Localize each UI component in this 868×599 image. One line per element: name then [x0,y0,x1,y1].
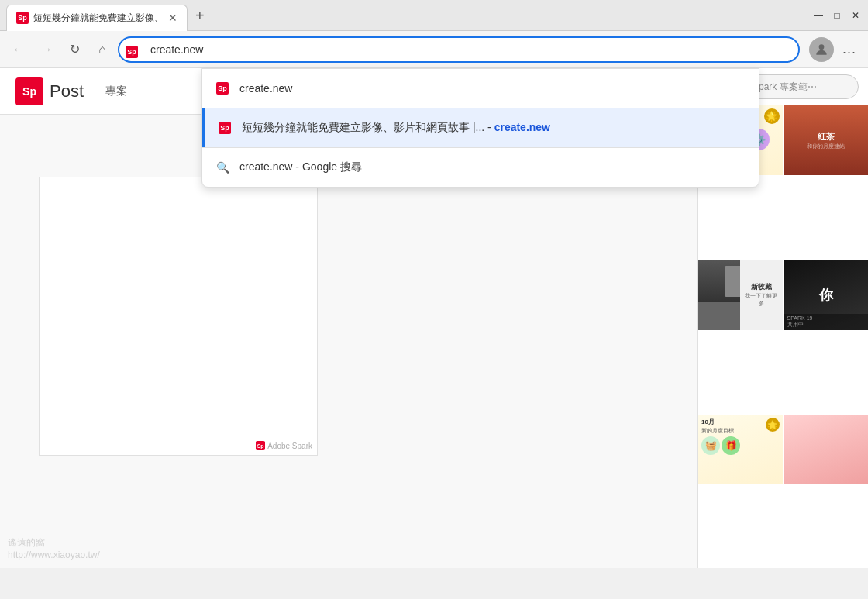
browser-menu-button[interactable]: ... [837,37,862,62]
forward-button[interactable]: → [34,37,59,62]
autocomplete-item2-highlight: create.new [494,121,550,133]
thumbnail-2[interactable]: 紅茶 和你的月度連結 [784,105,869,175]
autocomplete-item3-text: create.new - Google 搜尋 [239,160,362,174]
watermark-favicon: Sp [256,441,265,450]
spark-nav-projects[interactable]: 專案 [99,81,133,102]
tab-title: 短短幾分鐘就能免費建立影像、 [33,12,164,25]
home-button[interactable]: ⌂ [90,37,115,62]
content-placeholder-box: Sp Adobe Spark [39,177,318,456]
thumb2-bg: 紅茶 和你的月度連結 [784,105,869,175]
thumb4-title: 你 [819,286,833,305]
window-controls: — □ ✕ [812,9,862,22]
thumbnail-5[interactable]: 10月 新的月度目標 🧺 🎁 🌟 [698,415,783,484]
thumbnail-3[interactable]: 新收藏 我一下了解更多 [698,260,783,330]
spark-logo-text: Post [50,81,84,102]
thumb2-subtitle: 和你的月度連結 [807,143,845,150]
watermark-line2: http://www.xiaoyao.tw/ [8,549,100,560]
thumb5-icons: 🧺 🎁 [701,436,780,455]
maximize-button[interactable]: □ [831,9,843,22]
autocomplete-item-google[interactable]: 🔍 create.new - Google 搜尋 [202,148,759,187]
autocomplete-search-icon: 🔍 [215,160,230,175]
page-watermark: 遙遠的窩 http://www.xiaoyao.tw/ [8,536,100,560]
minimize-button[interactable]: — [812,9,825,22]
address-favicon: Sp [126,43,138,56]
address-input[interactable] [118,36,800,63]
autocomplete-site-icon: Sp [217,120,232,136]
back-button[interactable]: ← [6,37,31,62]
close-button[interactable]: ✕ [849,9,862,22]
refresh-button[interactable]: ↻ [62,37,87,62]
autocomplete-dropdown: Sp create.new Sp 短短幾分鐘就能免費建立影像、影片和網頁故事 |… [202,68,760,188]
autocomplete-item2-text: 短短幾分鐘就能免費建立影像、影片和網頁故事 |... - create.new [242,121,550,135]
thumb6-bg [784,415,869,484]
autocomplete-address-icon: Sp [215,81,230,96]
thumbnail-6[interactable] [784,415,869,484]
autocomplete-item-site[interactable]: Sp 短短幾分鐘就能免費建立影像、影片和網頁故事 |... - create.n… [202,108,759,147]
title-bar: Sp 短短幾分鐘就能免費建立影像、 ✕ + — □ ✕ [0,0,868,31]
svg-point-0 [819,44,825,50]
address-bar-container: Sp [118,36,800,63]
autocomplete-item1-text: create.new [239,82,292,95]
thumb4-overlay: SPARK 19 共用中 [784,314,869,330]
autocomplete-item2-main: 短短幾分鐘就能免費建立影像、影片和網頁故事 |... - [242,121,491,133]
tab-favicon: Sp [16,12,29,24]
watermark-line1: 遙遠的窩 [8,536,100,549]
nav-bar: ← → ↻ ⌂ Sp ... Sp create.new Sp 短短幾分鐘就能免… [0,31,868,68]
spark-logo-icon: Sp [16,77,43,105]
spark-logo: Sp Post [16,77,84,105]
thumb3-text: 新收藏 我一下了解更多 [740,260,782,330]
tab-close-button[interactable]: ✕ [168,12,177,24]
thumbnail-4[interactable]: 你 SPARK 19 共用中 [784,260,869,330]
profile-button[interactable] [809,37,834,62]
browser-tab[interactable]: Sp 短短幾分鐘就能免費建立影像、 ✕ [6,5,188,31]
new-tab-button[interactable]: + [191,8,209,23]
adobe-spark-watermark: Sp Adobe Spark [256,441,312,450]
address-site-icon: Sp [126,46,138,58]
autocomplete-item-address[interactable]: Sp create.new [202,69,759,108]
thumb2-title: 紅茶 [818,131,835,143]
